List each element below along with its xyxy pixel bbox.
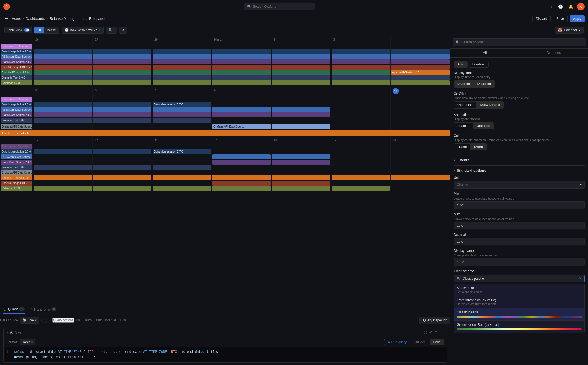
color-single[interactable]: Single color Set a specific color [454, 284, 584, 296]
query-tab[interactable]: ⬡ Query 1 [3, 305, 25, 314]
display-time-desc: Display Time for each entry. [454, 75, 585, 79]
standard-options-header[interactable]: ▾ Standard options [454, 165, 585, 174]
label-cal: Calendar 1.2.0 [1, 80, 32, 85]
search-icon-color: 🔍 [457, 277, 461, 281]
query-inspector-button[interactable]: Query inspector [419, 317, 450, 324]
colors-frame[interactable]: Frame [454, 143, 471, 150]
cal-w3d5 [271, 143, 331, 191]
transform-tab[interactable]: ⇄ Transform 0 [29, 305, 57, 314]
decimals-input[interactable] [454, 238, 585, 245]
auto-button[interactable]: Auto [454, 61, 468, 68]
display-time-disabled[interactable]: Disabled [474, 80, 495, 88]
cal-w1d4 [212, 43, 271, 86]
label-grafana-api: Grafana API Data Sour... [1, 124, 32, 129]
label-grafana-api-w3: Grafana API Data Sour... [1, 170, 32, 175]
color-thresholds[interactable]: From thresholds (by value) Derive colors… [454, 296, 584, 308]
cal-w2d4 [212, 96, 271, 123]
fill-button[interactable]: Fill [34, 27, 44, 33]
apply-button[interactable]: Apply [570, 15, 585, 22]
transform-tab-label: Transform [34, 307, 50, 311]
open-link-button[interactable]: Open Link [454, 101, 476, 109]
calendar-icon: 📅 [558, 28, 562, 32]
events-section-title: Events [458, 158, 469, 162]
code-button[interactable]: Code [430, 339, 444, 345]
tab-overrides[interactable]: Overrides [519, 49, 588, 57]
breadcrumb-home[interactable]: Home [12, 17, 21, 21]
visualization-selector[interactable]: 📅 Calendar ▾ [555, 27, 584, 34]
options-search: 🔍 [450, 36, 588, 49]
table-view-toggle[interactable]: Table view [4, 27, 32, 33]
cal-date-26: 26 [33, 36, 93, 43]
auto-disabled-group: Auto Disabled [454, 61, 585, 68]
panel-toolbar: Table view Fill Actual 🕐 now-7d to now+7… [0, 24, 588, 36]
datasource-info-button[interactable]: i [41, 318, 47, 323]
hamburger-button[interactable]: ☰ [3, 15, 9, 22]
breadcrumb-dashboards[interactable]: Dashboards [26, 17, 45, 21]
search-bar[interactable]: 🔍 Search Grafana [244, 3, 315, 10]
search-icon: 🔍 [247, 5, 251, 9]
color-green-yellow-red[interactable]: Green-Yellow-Red (by value) [454, 321, 584, 333]
min-input[interactable] [454, 201, 585, 209]
refresh-button[interactable]: ↺ [119, 27, 127, 34]
clear-color-icon[interactable]: ✕ [579, 277, 582, 281]
query-a-more-button[interactable]: ⋮ [440, 330, 444, 335]
search-options-input[interactable] [461, 40, 583, 44]
datasource-selector[interactable]: 📡 Live ▾ [20, 317, 39, 324]
fill-actual-toggle: Fill Actual [34, 27, 59, 34]
query-a-eye-button[interactable]: 👁 [429, 330, 433, 335]
label-rss-w2: RSS/Atom Data Source... [1, 107, 32, 112]
avatar[interactable]: A [577, 3, 585, 10]
colors-btn-group: Frame Event [454, 143, 585, 150]
cal-w1d1 [33, 43, 93, 86]
format-selector[interactable]: Table ▾ [20, 339, 35, 345]
breadcrumb-release-management[interactable]: Release Management [49, 17, 84, 21]
query-a-collapse[interactable]: ▾ [6, 330, 8, 334]
breadcrumb-edit-panel: Edit panel [89, 17, 105, 21]
discard-button[interactable]: Discard [532, 15, 551, 22]
tab-all[interactable]: All [450, 49, 519, 57]
display-name-input[interactable] [454, 258, 585, 266]
query-a-copy-button[interactable]: ⬡ [424, 330, 427, 335]
annotations-disabled[interactable]: Disabled [473, 122, 494, 129]
query-a-label: A [10, 330, 13, 334]
annotations-desc: Display annotations. [454, 117, 585, 121]
zoom-out-button[interactable]: 🔍− [106, 27, 117, 34]
cal-w3d7 [391, 143, 450, 191]
cal-w2d6 [331, 96, 391, 123]
query-a-delete-button[interactable]: 🗑 [434, 330, 438, 335]
decimals-label: Decimals [454, 233, 585, 237]
colors-event[interactable]: Event [471, 143, 487, 150]
run-query-button[interactable]: ▶ Run query [384, 339, 410, 345]
events-section-header[interactable]: ▶ Events [454, 155, 585, 163]
clock-icon-button[interactable]: 🕐 [557, 3, 565, 10]
color-classic[interactable]: Classic palette [454, 308, 584, 320]
color-search-box[interactable]: 🔍 ✕ [454, 275, 585, 282]
max-input[interactable] [454, 222, 585, 229]
show-details-button[interactable]: Show Details [476, 101, 504, 109]
actual-button[interactable]: Actual [44, 27, 59, 33]
save-button[interactable]: Save [553, 15, 568, 22]
grafana-api-event2 [272, 124, 330, 129]
search-icon-options: 🔍 [456, 40, 460, 44]
plus-button[interactable]: + [549, 3, 554, 10]
cal-w2-label [0, 86, 33, 96]
apache-echarts-42-label: Apache ECharts 4.2.0 [391, 70, 450, 75]
query-badge: 1 [19, 307, 24, 311]
bell-icon-button[interactable]: 🔔 [567, 3, 575, 10]
time-range-button[interactable]: 🕐 now-7d to now+7d ▾ [62, 27, 104, 34]
label-dm-w3: Data Manipulation 2.7.0 [1, 149, 32, 154]
cal-date-10: 10 [331, 86, 391, 96]
disabled-btn-top[interactable]: Disabled [469, 61, 489, 68]
label-base64-35-w3: Base64 Image/PDF 3.5.0 [1, 181, 32, 186]
annotations-enabled[interactable]: Enabled [454, 122, 473, 129]
options-search-container[interactable]: 🔍 [453, 38, 586, 46]
standard-options-title: Standard options [457, 168, 486, 173]
unit-select[interactable]: Choose ▾ [454, 181, 585, 189]
bottom-section: ⬡ Query 1 ⇄ Transform 0 Data source 📡 Li… [0, 304, 450, 365]
display-time-enabled[interactable]: Enabled [454, 80, 474, 88]
builder-button[interactable]: Builder [412, 339, 428, 345]
color-search-input[interactable] [463, 277, 577, 281]
query-options-button[interactable]: Query options [52, 318, 74, 323]
cal-date-6: 6 [93, 86, 152, 96]
grafana-api-d1 [33, 123, 93, 130]
